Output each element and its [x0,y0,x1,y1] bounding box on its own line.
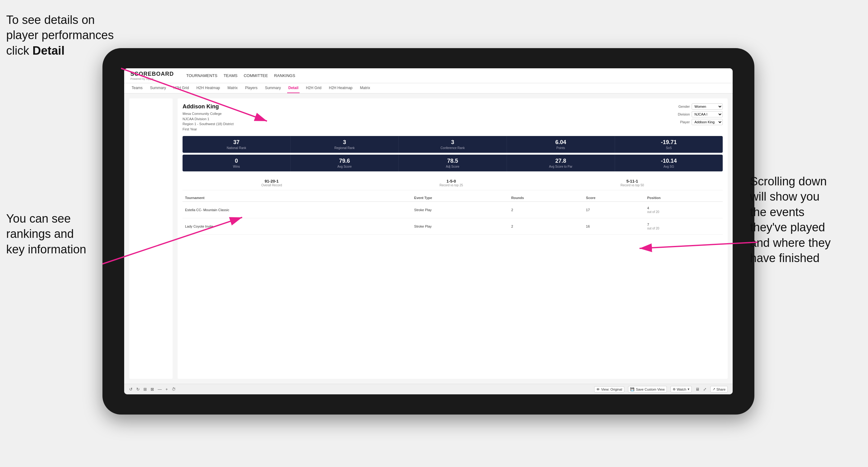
position-1: 4 out of 20 [645,202,723,218]
watch-button[interactable]: ⊛ Watch ▾ [671,386,692,393]
stat-points-label: Points [509,146,612,150]
table-row: Lady Coyote Invite Stroke Play 2 16 7 ou… [183,218,723,235]
col-spacer [391,194,412,202]
tournament-table: Tournament Event Type Rounds Score Posit… [183,194,723,235]
position-2: 7 out of 20 [645,218,723,235]
player-select[interactable]: Addison King [692,119,723,125]
stat-regional-rank-value: 3 [293,139,396,146]
col-position: Position [645,194,723,202]
gender-select[interactable]: Women [692,103,723,110]
tab-detail[interactable]: Detail [287,83,300,93]
tab-matrix2[interactable]: Matrix [359,83,372,93]
record-top25: 1-5-0 Record vs top 25 [440,179,463,187]
score-1: 17 [584,202,645,218]
expand-icon[interactable]: ⤢ [703,387,707,392]
stat-sos: -19.71 SoS [615,136,723,153]
tournament-name-1: Estella CC- Mountain Classic [183,202,391,218]
player-college: Mesa Community College [183,111,234,117]
tablet-screen: SCOREBOARD Powered by clippd TOURNAMENTS… [124,68,733,394]
table-row: Estella CC- Mountain Classic Stroke Play… [183,202,723,218]
save-custom-view-button[interactable]: 💾 Save Custom View [628,386,667,393]
share-icon: ↗ [712,387,715,391]
score-2: 16 [584,218,645,235]
player-details: Addison King Mesa Community College NJCA… [183,103,234,132]
player-region: Region 1 - Southwest (18) District [183,121,234,127]
chevron-down-icon: ▾ [688,387,689,391]
record-top50-value: 5-11-1 [621,179,644,184]
stat-adj-score-label: Adj Score [401,165,504,168]
stat-adj-score-value: 78.5 [401,158,504,164]
app-header: SCOREBOARD Powered by clippd TOURNAMENTS… [124,68,733,83]
rounds-2: 2 [509,218,584,235]
stat-wins-value: 0 [185,158,288,164]
watch-icon: ⊛ [673,387,676,391]
gender-label: Gender [678,105,690,108]
stat-avg-score-value: 79.6 [293,158,396,164]
tab-h2h-grid2[interactable]: H2H Grid [305,83,322,93]
player-name: Addison King [183,103,234,110]
undo-icon[interactable]: ↺ [129,387,132,392]
stat-points-value: 6.04 [509,139,612,146]
record-top50: 5-11-1 Record vs top 50 [621,179,644,187]
division-label: Division [678,113,690,116]
grid-icon[interactable]: ⊞ [144,387,147,392]
annotation-right: Scrolling down will show you the events … [750,174,862,266]
col-tournament: Tournament [183,194,391,202]
player-year: First Year [183,127,234,132]
nav-rankings[interactable]: RANKINGS [274,72,295,79]
division-select[interactable]: NJCAA I [692,111,723,117]
stat-avg-score-to-par-value: 27.8 [509,158,612,164]
nav-tournaments[interactable]: TOURNAMENTS [186,72,217,79]
stat-avg-score-label: Avg Score [293,165,396,168]
tab-h2h-heatmap[interactable]: H2H Heatmap [195,83,221,93]
tab-summary2[interactable]: Summary [264,83,282,93]
stat-avg-sg: -10.14 Avg SG [615,155,723,172]
view-original-button[interactable]: 👁 View: Original [594,386,624,393]
plus-icon[interactable]: + [165,387,168,392]
record-overall-label: Overall Record [261,184,282,187]
stat-wins-label: Wins [185,165,288,168]
logo-title: SCOREBOARD [130,71,174,77]
event-type-2: Stroke Play [412,218,509,235]
stat-adj-score: 78.5 Adj Score [399,155,507,172]
nav-teams[interactable]: TEAMS [223,72,238,79]
stat-sos-label: SoS [617,146,720,150]
stat-avg-sg-label: Avg SG [617,165,720,168]
tab-h2h-grid[interactable]: H2H Grid [172,83,190,93]
tab-players[interactable]: Players [244,83,258,93]
stat-avg-score-to-par-label: Avg Score to Par [509,165,612,168]
main-content: Addison King Mesa Community College NJCA… [124,93,733,384]
stats-grid-row1: 37 National Rank 3 Regional Rank 3 Confe… [183,136,723,153]
nav-committee[interactable]: COMMITTEE [244,72,268,79]
division-filter-row: Division NJCAA I [678,111,723,117]
bottom-toolbar: ↺ ↻ ⊞ ⊠ — + ⏱ 👁 View: Original 💾 Save Cu… [124,384,733,394]
layout-icon[interactable]: ⊠ [151,387,154,392]
stat-conference-rank: 3 Conference Rank [399,136,507,153]
redo-icon[interactable]: ↻ [136,387,140,392]
record-top25-label: Record vs top 25 [440,184,463,187]
tournament-name-2: Lady Coyote Invite [183,218,391,235]
stat-national-rank: 37 National Rank [183,136,290,153]
gender-filter-row: Gender Women [678,103,723,110]
tab-matrix[interactable]: Matrix [226,83,239,93]
minus-icon[interactable]: — [158,387,162,392]
stat-avg-sg-value: -10.14 [617,158,720,164]
player-filter-label: Player [680,120,690,124]
tab-summary[interactable]: Summary [149,83,167,93]
stat-regional-rank: 3 Regional Rank [290,136,399,153]
player-filter-row: Player Addison King [680,119,723,125]
stat-conference-rank-label: Conference Rank [401,146,504,150]
tab-h2h-heatmap2[interactable]: H2H Heatmap [328,83,353,93]
stat-wins: 0 Wins [183,155,290,172]
stats-grid-row2: 0 Wins 79.6 Avg Score 78.5 Adj Score 27.… [183,155,723,172]
center-content: Addison King Mesa Community College NJCA… [178,98,728,379]
records-section: 91-20-1 Overall Record 1-5-0 Record vs t… [183,176,723,190]
monitor-icon[interactable]: 🖥 [695,387,700,392]
record-top50-label: Record vs top 50 [621,184,644,187]
col-rounds: Rounds [509,194,584,202]
left-sidebar [129,98,173,379]
share-button[interactable]: ↗ Share [710,386,728,393]
col-event-type: Event Type [412,194,509,202]
timer-icon[interactable]: ⏱ [172,387,176,392]
tab-teams[interactable]: Teams [130,83,144,93]
